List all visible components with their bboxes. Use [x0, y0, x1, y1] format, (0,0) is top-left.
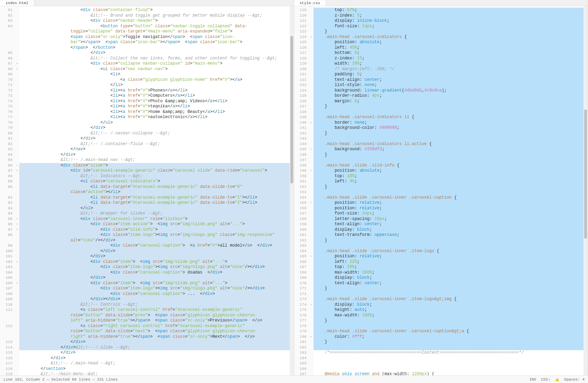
- right-scrollbar[interactable]: [584, 6, 588, 375]
- left-fold-column[interactable]: ▸▸▸▸▸▸▸▸▸: [15, 6, 19, 375]
- right-code-area[interactable]: 1191201211221231241251261271281291301311…: [294, 6, 588, 375]
- editor-split: index.html 61626364656667686970717273747…: [0, 0, 588, 375]
- statusbar: Line 182, Column 2 — Selected 66 lines —…: [0, 375, 588, 383]
- right-code-lines[interactable]: top: 57%; z-index: 5; display: inline-bl…: [314, 6, 588, 375]
- right-gutter: 1191201211221231241251261271281291301311…: [294, 6, 309, 375]
- tab-index-html[interactable]: index.html: [0, 0, 34, 6]
- left-scrollbar[interactable]: [290, 6, 294, 375]
- right-fold-column[interactable]: ▸▸▸▸▸▸▸▸: [309, 6, 314, 375]
- left-tabbar: index.html: [0, 0, 294, 6]
- tab-style-css[interactable]: style.css: [294, 0, 326, 6]
- left-code-area[interactable]: 6162636465666768697071727374757677787980…: [0, 6, 294, 375]
- warning-icon: [555, 377, 559, 382]
- svg-rect-0: [557, 379, 557, 380]
- right-pane: style.css 119120121122123124125126127128…: [294, 0, 588, 375]
- status-lang[interactable]: CSS▾: [541, 377, 550, 382]
- status-spaces[interactable]: Spaces: 4: [564, 377, 585, 382]
- status-warn[interactable]: [555, 377, 559, 381]
- left-gutter: 6162636465666768697071727374757677787980…: [0, 6, 15, 375]
- svg-rect-1: [557, 380, 557, 381]
- status-cursor: Line 182, Column 2 — Selected 66 lines —…: [3, 377, 524, 382]
- status-ins[interactable]: INS: [529, 377, 536, 382]
- left-code-lines[interactable]: <div class="container-fluid"> &lt;!-- Br…: [19, 6, 294, 375]
- right-tabbar: style.css: [294, 0, 588, 6]
- left-pane: index.html 61626364656667686970717273747…: [0, 0, 294, 375]
